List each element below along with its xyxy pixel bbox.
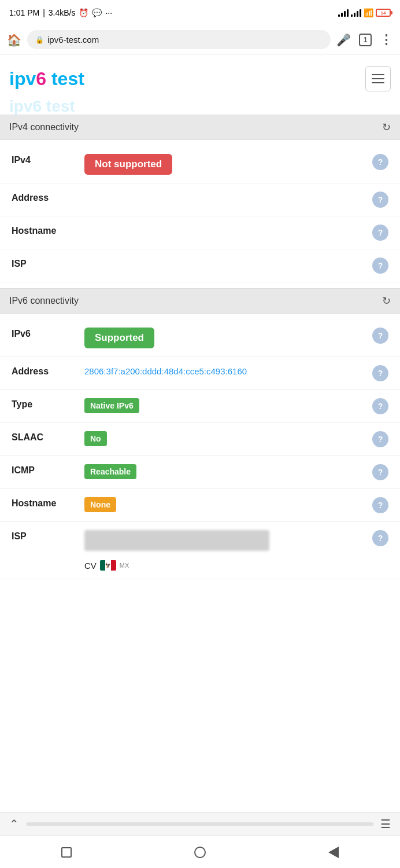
home-nav-icon — [194, 847, 206, 858]
ipv4-isp-row: ISP ? — [0, 249, 400, 282]
mexico-flag-icon: 🦅 — [100, 560, 116, 571]
flag-red — [111, 560, 116, 571]
separator: | — [43, 8, 45, 17]
ipv6-slaac-help-icon[interactable]: ? — [372, 431, 388, 447]
address-bar[interactable]: 🔒 ipv6-test.com — [27, 30, 331, 49]
more-dots: ··· — [105, 8, 112, 17]
ipv6-refresh-icon[interactable]: ↻ — [382, 295, 391, 307]
browser-actions: 🎤 1 ⋮ — [336, 32, 393, 47]
isp-cv-text: CV — [84, 561, 97, 571]
home-icon[interactable]: 🏠 — [7, 33, 21, 47]
browser-bar: 🏠 🔒 ipv6-test.com 🎤 1 ⋮ — [0, 25, 400, 54]
more-menu-icon[interactable]: ⋮ — [380, 32, 393, 47]
ipv4-isp-label: ISP — [12, 258, 75, 269]
ipv6-hostname-row: Hostname None ? — [0, 489, 400, 522]
ipv6-hostname-help-icon[interactable]: ? — [372, 497, 388, 513]
battery-level: 14 — [381, 10, 386, 16]
title-ipv: ipv — [9, 68, 36, 89]
ipv6-value: Supported — [84, 328, 363, 348]
flag-green — [100, 560, 105, 571]
ipv6-slaac-value: No — [84, 431, 363, 446]
ipv6-icmp-label: ICMP — [12, 464, 75, 476]
ipv6-slaac-badge: No — [84, 431, 107, 446]
ipv4-isp-help-icon[interactable]: ? — [372, 258, 388, 274]
ipv6-icmp-help-icon[interactable]: ? — [372, 464, 388, 480]
title-test: test — [46, 68, 84, 89]
ipv4-section-title: IPv4 connectivity — [9, 122, 79, 133]
ipv6-type-badge: Native IPv6 — [84, 398, 139, 413]
android-nav-bar — [0, 836, 400, 868]
ipv4-hostname-help-icon[interactable]: ? — [372, 225, 388, 241]
battery-indicator: 14 — [376, 9, 391, 17]
tab-count[interactable]: 1 — [359, 34, 372, 46]
ipv6-isp-label: ISP — [12, 530, 75, 542]
list-view-icon[interactable]: ☰ — [380, 817, 391, 831]
alarm-icon: ⏰ — [79, 8, 88, 17]
ipv6-address-help-icon[interactable]: ? — [372, 365, 388, 381]
ipv6-type-row: Type Native IPv6 ? — [0, 390, 400, 423]
menu-line-3 — [372, 82, 384, 83]
ipv4-label: IPv4 — [12, 154, 75, 165]
flag-emblem: 🦅 — [105, 563, 111, 568]
network-speed: 3.4kB/s — [49, 8, 76, 17]
ipv6-address-value: 2806:3f7:a200:dddd:48d4:cce5:c493:6160 — [84, 365, 363, 378]
ipv6-address-row: Address 2806:3f7:a200:dddd:48d4:cce5:c49… — [0, 357, 400, 390]
menu-line-2 — [372, 78, 384, 79]
ipv4-address-label: Address — [12, 192, 75, 203]
ipv4-row: IPv4 Not supported ? — [0, 146, 400, 183]
signal-bars-2 — [351, 9, 361, 17]
menu-button[interactable] — [365, 66, 391, 91]
title-6: 6 — [36, 68, 46, 89]
ipv6-help-icon[interactable]: ? — [372, 328, 388, 344]
ipv6-hostname-badge: None — [84, 497, 116, 512]
ipv6-address-text[interactable]: 2806:3f7:a200:dddd:48d4:cce5:c493:6160 — [84, 365, 247, 378]
ipv6-section-header: IPv6 connectivity ↻ — [0, 288, 400, 314]
ipv4-refresh-icon[interactable]: ↻ — [382, 121, 391, 134]
ipv6-type-value: Native IPv6 — [84, 398, 363, 413]
wifi-icon: 📶 — [364, 8, 373, 17]
ipv6-type-help-icon[interactable]: ? — [372, 398, 388, 414]
time: 1:01 PM — [9, 8, 39, 17]
ipv4-section-header: IPv4 connectivity ↻ — [0, 115, 400, 140]
watermark: ipv6 test — [0, 97, 400, 115]
ipv6-hostname-label: Hostname — [12, 497, 75, 509]
whatsapp-icon: 💬 — [92, 8, 102, 17]
status-bar: 1:01 PM | 3.4kB/s ⏰ 💬 ··· 📶 14 — [0, 0, 400, 25]
url-text: ipv6-test.com — [47, 35, 99, 45]
ipv6-isp-row: ISP CV 🦅 MX ? — [0, 522, 400, 579]
app-header: ipv6 test — [0, 54, 400, 97]
app-title: ipv6 test — [9, 68, 84, 90]
nav-recent-button[interactable] — [55, 841, 78, 864]
ipv6-isp-value: CV 🦅 MX — [84, 530, 363, 571]
ipv6-slaac-label: SLAAC — [12, 431, 75, 443]
nav-back-button[interactable] — [322, 841, 345, 864]
ipv4-address-help-icon[interactable]: ? — [372, 192, 388, 208]
ipv6-icmp-badge: Reachable — [84, 464, 136, 479]
bottom-toolbar: ⌃ ☰ — [0, 812, 400, 836]
ipv6-type-label: Type — [12, 398, 75, 410]
ipv4-help-icon[interactable]: ? — [372, 154, 388, 170]
back-nav-icon — [328, 847, 339, 858]
ipv6-badge: Supported — [84, 328, 154, 348]
ipv6-hostname-value: None — [84, 497, 363, 512]
ipv6-isp-help-icon[interactable]: ? — [372, 530, 388, 546]
ipv6-row: IPv6 Supported ? — [0, 319, 400, 357]
ipv6-table: IPv6 Supported ? Address 2806:3f7:a200:d… — [0, 314, 400, 585]
status-right: 📶 14 — [338, 8, 391, 17]
isp-country-code: MX — [120, 562, 129, 569]
ipv4-badge: Not supported — [84, 154, 172, 175]
ipv6-address-label: Address — [12, 365, 75, 377]
lock-icon: 🔒 — [35, 36, 44, 44]
ipv4-address-row: Address ? — [0, 183, 400, 216]
ipv6-icmp-value: Reachable — [84, 464, 363, 479]
chevron-up-icon[interactable]: ⌃ — [9, 817, 19, 831]
isp-blurred-bar — [84, 530, 269, 551]
signal-bars-1 — [338, 9, 349, 17]
ipv4-hostname-row: Hostname ? — [0, 216, 400, 249]
recent-apps-icon — [61, 847, 72, 858]
nav-home-button[interactable] — [188, 841, 212, 864]
ipv6-icmp-row: ICMP Reachable ? — [0, 456, 400, 489]
ipv6-section-title: IPv6 connectivity — [9, 296, 79, 306]
status-left: 1:01 PM | 3.4kB/s ⏰ 💬 ··· — [9, 8, 112, 17]
microphone-icon[interactable]: 🎤 — [336, 33, 351, 47]
